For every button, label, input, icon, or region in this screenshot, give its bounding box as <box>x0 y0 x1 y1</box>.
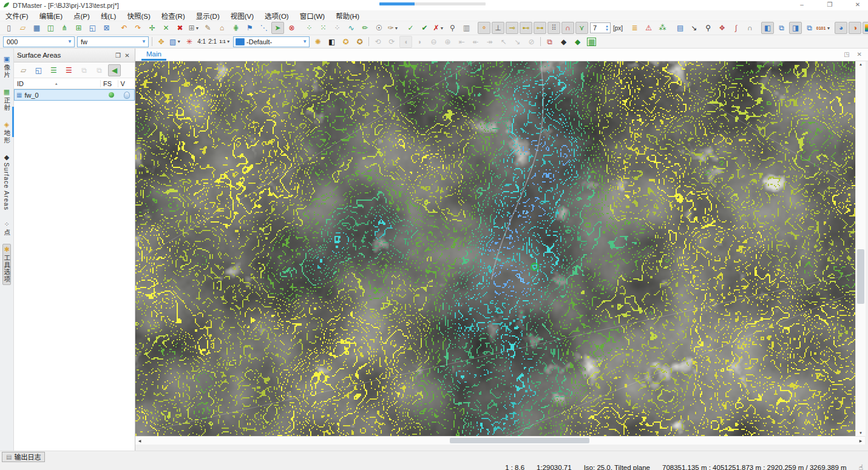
stereo-check-button[interactable]: ◑ <box>849 22 861 34</box>
zoom-4-1-label[interactable]: 4:1 <box>197 38 206 45</box>
remove-surface-db-button[interactable]: ☰ <box>63 64 75 76</box>
model-id-combo[interactable]: fw▼ <box>77 36 149 47</box>
sidebar-tab-photos[interactable]: ▣像片 <box>2 53 12 81</box>
edit-polyline-button[interactable]: ∿ <box>345 22 358 34</box>
brightness-point-button[interactable]: ✺ <box>311 36 324 48</box>
match-grid-2-button[interactable]: ⁙ <box>317 22 330 34</box>
view-close-icon[interactable]: ✕ <box>857 51 862 58</box>
grid-config-button[interactable]: ⁂ <box>656 22 669 34</box>
menu-item-1[interactable]: 文件(F) <box>0 11 34 21</box>
vertex-chain-button[interactable]: ∫ <box>730 22 742 34</box>
add-surface-db-button[interactable]: ☰ <box>47 64 60 76</box>
lock-absolute-button[interactable]: ✪ <box>353 36 366 48</box>
sidebar-tab-terrain[interactable]: ◈地形 <box>2 119 12 146</box>
interpolate-area-button[interactable]: ⌂ <box>215 22 228 34</box>
match-grid-1-button[interactable]: ⁘ <box>303 22 316 34</box>
snap-tolerance-spinner[interactable]: 7▲▼ <box>590 22 611 33</box>
terrain-preview-button[interactable]: ▦ <box>585 36 598 48</box>
delete-selected-button[interactable]: ✖ <box>174 22 186 34</box>
horizontal-scrollbar[interactable]: ◀ ▶ <box>135 436 865 445</box>
reject-tools-button[interactable]: ✗▼ <box>432 22 445 34</box>
import-grid-button[interactable]: ⊞ <box>72 22 85 34</box>
menu-item-9[interactable]: 选项(O) <box>259 11 294 21</box>
survey-tripod-button[interactable]: ⚲ <box>702 22 714 34</box>
table-row[interactable]: ▦fw_0 <box>14 89 135 101</box>
layer-compare-button[interactable]: ⧉ <box>543 36 556 48</box>
output-log-button[interactable]: ▤ 输出日志 <box>2 452 45 462</box>
sidebar-tab-ortho[interactable]: ▦正射 <box>2 86 12 113</box>
open-project-button[interactable]: ▱ <box>16 22 29 34</box>
binary-display-button[interactable]: 0101▼ <box>817 22 830 34</box>
minimize-button[interactable]: – <box>795 0 809 10</box>
stereo-mode-button[interactable]: ◕ <box>835 22 847 34</box>
insert-point-button[interactable]: ✢ <box>146 22 158 34</box>
pen-tools-button[interactable]: ✑▼ <box>387 22 399 34</box>
left-image-copy-button[interactable]: ⧉ <box>775 22 788 34</box>
pan-tool-button[interactable]: ✥ <box>155 36 168 48</box>
zoom-1-1-button[interactable]: 1:1▼ <box>219 36 231 48</box>
model-cache-add-button[interactable]: ◆ <box>571 36 584 48</box>
zoom-2-1-label[interactable]: 2:1 <box>208 38 217 45</box>
snap-vertical-button[interactable]: ⊥ <box>492 22 504 34</box>
sketch-globe-button[interactable]: ✏ <box>359 22 371 34</box>
map-viewport[interactable] <box>135 61 855 436</box>
menu-item-10[interactable]: 窗口(W) <box>294 11 331 21</box>
menu-item-7[interactable]: 显示(D) <box>191 11 225 21</box>
attribute-table-button[interactable]: ▥ <box>460 22 473 34</box>
zoom-reset-button[interactable]: ✳ <box>183 36 195 48</box>
undo-button[interactable]: ↶ <box>118 22 131 34</box>
spinner-arrows-icon[interactable]: ▲▼ <box>604 24 610 32</box>
walk-mode-button[interactable]: ⚲ <box>446 22 459 34</box>
import-cloud-button[interactable]: ◱ <box>86 22 99 34</box>
arc-segment-button[interactable]: ∩ <box>744 22 756 34</box>
densify-points-button[interactable]: ⋕ <box>229 22 242 34</box>
scroll-down-icon[interactable]: ▼ <box>856 431 866 435</box>
snap-node-button[interactable]: ⚬ <box>478 22 490 34</box>
lock-relative-button[interactable]: ✪ <box>339 36 352 48</box>
right-image-copy-button[interactable]: ⧉ <box>803 22 816 34</box>
column-header-v[interactable]: V <box>118 80 135 87</box>
layer-manager-button[interactable]: ≣ <box>628 22 641 34</box>
menu-item-5[interactable]: 快照(S) <box>121 11 155 21</box>
match-grid-3-button[interactable]: ⁘ <box>331 22 344 34</box>
reload-surfaces-button[interactable]: ▱ <box>17 64 30 76</box>
scroll-up-icon[interactable]: ▲ <box>856 62 866 66</box>
clear-selection-button[interactable]: ⊗ <box>285 22 298 34</box>
filter-points-button[interactable]: ⋱ <box>257 22 270 34</box>
vertical-scroll-thumb[interactable] <box>857 249 864 304</box>
save-project-button[interactable]: ▦ <box>30 22 43 34</box>
column-header-id[interactable]: ID ▴ <box>14 80 100 87</box>
vertical-scrollbar[interactable]: ▲ ▼ <box>855 61 866 436</box>
slope-tool-button[interactable]: ↘ <box>688 22 700 34</box>
menu-item-2[interactable]: 编辑(E) <box>34 11 68 21</box>
image-properties-button[interactable]: ▤ <box>674 22 687 34</box>
left-image-view-button[interactable]: ◧ <box>761 22 774 34</box>
menu-item-3[interactable]: 点(P) <box>68 11 95 21</box>
scroll-left-icon[interactable]: ◀ <box>135 437 144 445</box>
panel-close-button[interactable]: ✕ <box>123 52 132 59</box>
snap-line-dir-button[interactable]: ⊶ <box>534 22 546 34</box>
column-header-fs[interactable]: FS <box>100 80 117 87</box>
export-grid-button[interactable]: ⊠ <box>100 22 113 34</box>
menu-item-11[interactable]: 帮助(H) <box>330 11 365 21</box>
pin-marker-button[interactable]: ⚑ <box>243 22 256 34</box>
smooth-brush-button[interactable]: ✎ <box>202 22 214 34</box>
display-profile-combo[interactable]: -Default-▼ <box>233 36 310 47</box>
collapse-list-button[interactable]: ◀ <box>108 64 121 76</box>
model-cache-button[interactable]: ◆ <box>557 36 570 48</box>
grid-tools-button[interactable]: ⊞▼ <box>188 22 200 34</box>
accept-check-button[interactable]: ✓ <box>404 22 417 34</box>
contrast-split-button[interactable]: ◧ <box>325 36 338 48</box>
image-enhance-button[interactable]: ▧▼ <box>169 36 181 48</box>
tab-main[interactable]: Main <box>141 49 166 61</box>
horizontal-scroll-thumb[interactable] <box>450 438 589 443</box>
menu-item-4[interactable]: 线(L) <box>95 11 122 21</box>
new-project-button[interactable]: ▯ <box>2 22 15 34</box>
accept-all-button[interactable]: ✔ <box>418 22 431 34</box>
strip-id-combo[interactable]: 000▼ <box>3 36 75 47</box>
error-report-button[interactable]: ⚠ <box>642 22 655 34</box>
sidebar-tab-tool-options[interactable]: ✱工具选项 <box>2 244 12 285</box>
orbit-view-button[interactable]: ☉ <box>373 22 385 34</box>
scroll-right-icon[interactable]: ▶ <box>856 437 865 445</box>
load-surfaces-button[interactable]: ◱ <box>32 64 45 76</box>
